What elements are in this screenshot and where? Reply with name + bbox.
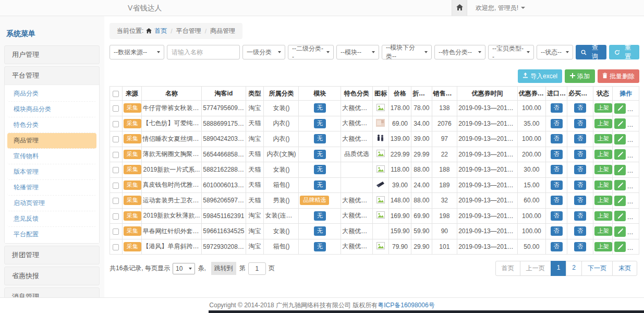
user-menu[interactable]: 欢迎您, 管理员! [476, 4, 525, 13]
sidebar-subitem[interactable]: 版本管理 [7, 164, 96, 180]
select-all-checkbox[interactable] [113, 91, 119, 97]
row-checkbox[interactable] [113, 167, 119, 173]
edit-button[interactable] [614, 196, 626, 206]
page-button[interactable]: 上一页 [520, 261, 551, 276]
page-button[interactable]: 首页 [495, 261, 520, 276]
row-checkbox[interactable] [113, 136, 119, 142]
sidebar-group-header[interactable]: 消息管理 [5, 288, 99, 298]
module-badge[interactable]: 无 [314, 165, 326, 174]
must-buy-toggle[interactable]: 否 [574, 119, 586, 128]
icp-link[interactable]: 粤ICP备16098006号 [378, 301, 434, 310]
row-checkbox[interactable] [113, 152, 119, 158]
must-buy-toggle[interactable]: 否 [574, 226, 586, 236]
sidebar-subitem[interactable]: 意见反馈 [7, 211, 96, 227]
sidebar-subitem[interactable]: 商品管理 [7, 133, 96, 149]
edit-button[interactable] [614, 134, 626, 145]
module-badge[interactable]: 无 [314, 150, 326, 159]
sidebar-subitem[interactable]: 特色分类 [7, 117, 96, 133]
sidebar-group-header[interactable]: 拼团管理 [5, 246, 99, 264]
must-buy-toggle[interactable]: 否 [574, 196, 586, 205]
import-excel-button[interactable]: 导入excel [518, 69, 562, 83]
module-badge[interactable]: 无 [314, 103, 326, 113]
sidebar-subitem[interactable]: 平台配置 [7, 227, 96, 242]
module-badge[interactable]: 无 [314, 226, 326, 236]
sidebar-subitem[interactable]: 宣传物料 [7, 149, 96, 164]
edit-button[interactable] [614, 165, 626, 175]
batch-delete-button[interactable]: 批量删除 [598, 69, 639, 83]
per-page-select[interactable]: 10 [173, 263, 195, 274]
must-buy-toggle[interactable]: 否 [574, 180, 586, 190]
status-toggle[interactable]: 上架 [594, 150, 612, 159]
edit-button[interactable] [614, 103, 626, 114]
import-select-toggle[interactable]: 否 [551, 103, 563, 113]
must-buy-toggle[interactable]: 否 [574, 165, 586, 174]
filter-select[interactable]: --状态-- [537, 45, 573, 59]
filter-select[interactable]: --特色分类-- [434, 45, 485, 59]
page-button[interactable]: 1 [551, 261, 567, 276]
status-toggle[interactable]: 上架 [594, 211, 612, 221]
status-toggle[interactable]: 上架 [594, 242, 612, 251]
edit-button[interactable] [614, 118, 626, 129]
page-number-input[interactable] [248, 262, 266, 275]
edit-button[interactable] [614, 242, 626, 252]
page-button[interactable]: 2 [566, 261, 582, 276]
status-toggle[interactable]: 上架 [594, 165, 612, 174]
edit-button[interactable] [614, 149, 626, 160]
sidebar-subitem[interactable]: 模块商品分类 [7, 102, 96, 117]
sidebar-group-header[interactable]: 用户管理 [5, 46, 99, 64]
must-buy-toggle[interactable]: 否 [574, 242, 586, 251]
must-buy-toggle[interactable]: 否 [574, 150, 586, 159]
filter-select[interactable]: --模块-- [336, 45, 379, 59]
module-badge[interactable]: 无 [314, 119, 326, 128]
status-toggle[interactable]: 上架 [594, 180, 612, 190]
add-button[interactable]: 添加 [565, 69, 595, 83]
edit-button[interactable] [614, 211, 626, 221]
row-checkbox[interactable] [113, 198, 119, 204]
filter-select[interactable]: --模块下分类-- [382, 45, 432, 59]
row-checkbox[interactable] [113, 183, 119, 189]
filter-select[interactable]: 一级分类 [242, 45, 285, 59]
import-select-toggle[interactable]: 否 [551, 196, 563, 205]
row-checkbox[interactable] [113, 105, 119, 112]
import-select-toggle[interactable]: 否 [551, 165, 563, 174]
sidebar-subitem[interactable]: 轮播管理 [7, 180, 96, 196]
import-select-toggle[interactable]: 否 [551, 134, 563, 143]
must-buy-toggle[interactable]: 否 [574, 134, 586, 143]
module-badge[interactable]: 无 [314, 242, 326, 251]
filter-select[interactable]: --宝贝类型-- [488, 45, 534, 59]
status-toggle[interactable]: 上架 [594, 103, 612, 113]
status-toggle[interactable]: 上架 [594, 196, 612, 205]
sidebar-group-header[interactable]: 平台管理 [5, 67, 99, 85]
jump-button[interactable]: 跳转到 [211, 262, 236, 275]
row-checkbox[interactable] [113, 244, 119, 250]
row-checkbox[interactable] [113, 228, 119, 235]
sidebar-group-header[interactable]: 省惠快报 [5, 267, 99, 285]
row-checkbox[interactable] [113, 121, 119, 127]
must-buy-toggle[interactable]: 否 [574, 211, 586, 221]
sidebar-subitem[interactable]: 商品分类 [7, 86, 96, 102]
status-toggle[interactable]: 上架 [594, 226, 612, 236]
name-search-input[interactable] [167, 45, 240, 59]
breadcrumb-home-link[interactable]: 首页 [154, 27, 167, 35]
page-button[interactable]: 下一页 [581, 261, 613, 276]
import-select-toggle[interactable]: 否 [551, 119, 563, 128]
module-badge[interactable]: 无 [314, 211, 326, 221]
status-toggle[interactable]: 上架 [594, 134, 612, 143]
reset-button[interactable]: 重置 [609, 45, 640, 59]
module-badge[interactable]: 无 [314, 134, 326, 143]
import-select-toggle[interactable]: 否 [551, 180, 563, 190]
row-checkbox[interactable] [113, 213, 119, 220]
search-button[interactable]: 查询 [576, 45, 606, 59]
home-button[interactable] [452, 0, 467, 16]
import-select-toggle[interactable]: 否 [551, 226, 563, 236]
module-badge[interactable]: 无 [314, 180, 326, 190]
filter-select[interactable]: --二级分类-- [288, 45, 334, 59]
import-select-toggle[interactable]: 否 [551, 242, 563, 251]
edit-button[interactable] [614, 180, 626, 190]
import-select-toggle[interactable]: 否 [551, 211, 563, 221]
status-toggle[interactable]: 上架 [594, 119, 612, 128]
filter-select[interactable]: --数据来源-- [110, 45, 164, 59]
edit-button[interactable] [614, 226, 626, 237]
must-buy-toggle[interactable]: 否 [574, 103, 586, 113]
sidebar-subitem[interactable]: 启动页管理 [7, 196, 96, 211]
